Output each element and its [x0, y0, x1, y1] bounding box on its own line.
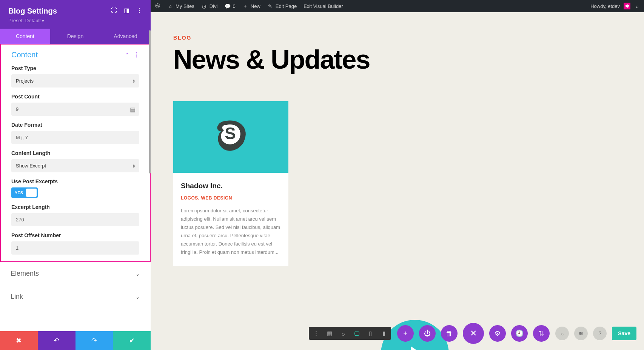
trash-button[interactable]: 🗑	[441, 325, 458, 342]
confirm-button[interactable]: ✔	[113, 331, 151, 350]
pencil-icon: ✎	[267, 3, 273, 9]
tab-design[interactable]: Design	[50, 29, 100, 44]
site-name-link[interactable]: ◷Divi	[201, 3, 218, 9]
dynamic-content-icon[interactable]: ▤	[130, 106, 136, 113]
home-icon: ⌂	[167, 3, 173, 9]
page-heading: News & Updates	[173, 45, 621, 75]
settings-button[interactable]: ⚙	[489, 325, 506, 342]
content-section-highlight: Content ⌃⋮ Post Type Projects Post Count…	[0, 44, 151, 262]
zoom-icon[interactable]: ⌕	[340, 330, 347, 337]
my-sites-link[interactable]: ⌂My Sites	[167, 3, 194, 9]
link-section[interactable]: Link ⌄	[0, 285, 151, 308]
help-button[interactable]: ?	[593, 327, 607, 340]
post-count-label: Post Count	[11, 94, 139, 100]
chevron-down-icon: ⌄	[136, 294, 140, 300]
add-button[interactable]: +	[397, 325, 414, 342]
edit-page-link[interactable]: ✎Edit Page	[267, 3, 297, 9]
search-builder-button[interactable]: ⌕	[555, 327, 569, 340]
phone-view-icon[interactable]: ▮	[381, 330, 387, 337]
search-icon: ⌕	[634, 3, 640, 9]
play-icon	[411, 346, 422, 350]
use-excerpts-label: Use Post Excerpts	[11, 178, 139, 184]
post-offset-label: Post Offset Number	[11, 232, 139, 238]
howdy-link[interactable]: Howdy, etdev	[590, 3, 620, 9]
portability-button[interactable]: ⇅	[533, 325, 550, 342]
close-builder-button[interactable]: ✕	[463, 323, 484, 344]
svg-text:S: S	[225, 124, 236, 143]
blog-label: BLOG	[173, 35, 621, 41]
post-type-label: Post Type	[11, 65, 139, 71]
panel-title: Blog Settings	[8, 7, 111, 15]
card-text: Lorem ipsum dolor sit amet, consectetur …	[181, 207, 281, 257]
select-caret-icon	[133, 79, 135, 83]
chevron-down-icon: ⌄	[136, 271, 140, 277]
tab-content[interactable]: Content	[0, 29, 50, 44]
select-caret-icon	[133, 164, 135, 168]
tab-advanced[interactable]: Advanced	[100, 29, 151, 44]
content-length-label: Content Length	[11, 150, 139, 156]
layers-button[interactable]: ≋	[574, 327, 588, 340]
history-button[interactable]: 🕘	[511, 325, 528, 342]
card-title: Shadow Inc.	[181, 182, 281, 190]
avatar[interactable]: ✱	[624, 3, 630, 9]
new-link[interactable]: +New	[242, 3, 260, 9]
excerpt-length-label: Excerpt Length	[11, 204, 139, 210]
expand-icon[interactable]: ⛶	[111, 7, 117, 14]
save-button[interactable]: Save	[612, 327, 636, 340]
redo-button[interactable]: ↷	[75, 331, 113, 350]
admin-search-icon[interactable]: ⌕	[634, 3, 640, 9]
settings-sidebar: Blog Settings Preset: Default ⛶ ◨ ⋮ Cont…	[0, 0, 151, 350]
view-toolbar: ⋮ ▦ ⌕ 🖵 ▯ ▮	[309, 327, 391, 340]
post-count-input[interactable]	[11, 103, 139, 116]
excerpt-length-input[interactable]	[11, 213, 139, 226]
wireframe-view-icon[interactable]: ▦	[326, 330, 333, 337]
date-format-label: Date Format	[11, 122, 139, 128]
wp-admin-bar: ⓦ ⌂My Sites ◷Divi 💬0 +New ✎Edit Page Exi…	[151, 0, 644, 12]
power-button[interactable]: ⏻	[419, 325, 436, 342]
plus-icon: +	[242, 3, 248, 9]
post-offset-input[interactable]	[11, 241, 139, 255]
builder-bottom-bar: ⋮ ▦ ⌕ 🖵 ▯ ▮ + ⏻ 🗑 ✕ ⚙ 🕘 ⇅ ⌕ ≋ ? Save	[301, 323, 644, 344]
toolbar-options-icon[interactable]: ⋮	[313, 330, 319, 337]
panel-footer: ✖ ↶ ↷ ✔	[0, 331, 151, 350]
settings-tabs: Content Design Advanced	[0, 29, 151, 44]
comment-icon: 💬	[225, 3, 231, 9]
card-meta: LOGOS, WEB DESIGN	[181, 195, 281, 201]
preset-dropdown[interactable]: Preset: Default	[8, 18, 111, 23]
blog-card[interactable]: S Shadow Inc. LOGOS, WEB DESIGN Lorem ip…	[173, 101, 288, 266]
undo-button[interactable]: ↶	[38, 331, 75, 350]
post-type-select[interactable]: Projects	[11, 74, 139, 88]
wp-logo[interactable]: ⓦ	[154, 3, 160, 9]
comments-link[interactable]: 💬0	[225, 3, 236, 9]
tablet-view-icon[interactable]: ▯	[367, 330, 374, 337]
chevron-up-icon: ⌃	[125, 52, 129, 58]
content-section-header[interactable]: Content ⌃⋮	[1, 45, 150, 62]
toggle-knob	[26, 189, 37, 197]
content-section-title: Content	[11, 51, 38, 59]
logo-shape-icon: S	[208, 114, 254, 160]
desktop-view-icon[interactable]: 🖵	[353, 330, 360, 337]
page-canvas: BLOG News & Updates S Shadow Inc. LOGOS,…	[151, 12, 644, 350]
section-options-icon[interactable]: ⋮	[133, 51, 139, 58]
panel-options-icon[interactable]: ⋮	[136, 7, 142, 14]
content-length-select[interactable]: Show Excerpt	[11, 159, 139, 172]
panel-header: Blog Settings Preset: Default ⛶ ◨ ⋮	[0, 0, 151, 29]
dock-icon[interactable]: ◨	[124, 7, 129, 14]
exit-builder-link[interactable]: Exit Visual Builder	[304, 3, 343, 9]
date-format-input[interactable]	[11, 131, 139, 144]
elements-section[interactable]: Elements ⌄	[0, 262, 151, 285]
cancel-button[interactable]: ✖	[0, 331, 38, 350]
card-image: S	[173, 101, 288, 173]
use-excerpts-toggle[interactable]: YES	[11, 187, 38, 198]
panel-body: Content ⌃⋮ Post Type Projects Post Count…	[0, 44, 151, 331]
gauge-icon: ◷	[201, 3, 207, 9]
